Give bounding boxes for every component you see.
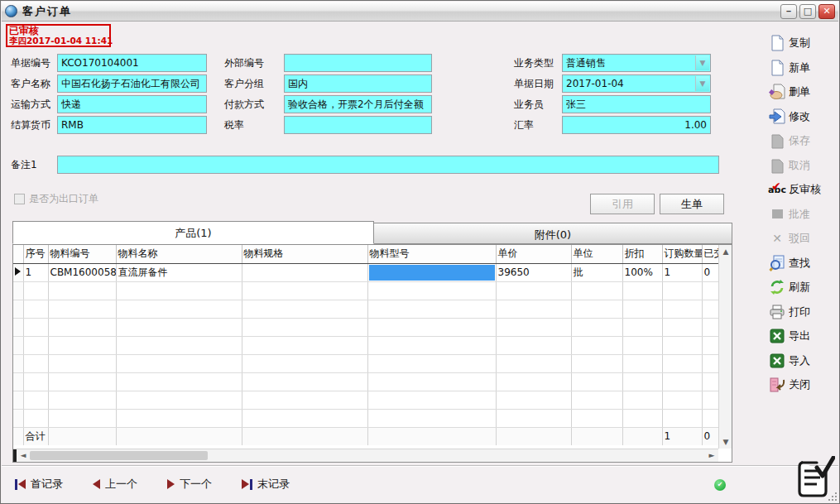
exchange-rate-field[interactable]: 1.00 xyxy=(562,116,711,134)
business-type-value: 普通销售 xyxy=(566,57,606,69)
scroll-right-icon[interactable]: ► xyxy=(705,449,718,461)
cell-seq[interactable]: 1 xyxy=(23,263,48,281)
sidebar-item-refresh[interactable]: 刷新 xyxy=(765,278,838,296)
col-seq[interactable]: 序号 xyxy=(23,245,48,263)
approval-auditor: 李四 xyxy=(9,36,26,46)
generate-order-button[interactable]: 生单 xyxy=(660,194,724,214)
shipping-field[interactable]: 快递 xyxy=(57,95,207,113)
export-order-checkbox[interactable] xyxy=(14,194,25,204)
empty-row xyxy=(13,336,718,354)
approval-stamp: 已审核 李四2017-01-04 11:41 xyxy=(6,24,111,47)
col-order-qty[interactable]: 订购数量 xyxy=(662,245,702,263)
currency-field[interactable]: RMB xyxy=(57,116,207,134)
next-record-button[interactable]: 下一个 xyxy=(167,477,212,492)
close-button[interactable]: ✕ xyxy=(818,4,835,19)
table-row[interactable]: 1 CBM1600058 直流屏备件 39650 批 100% 1 0 xyxy=(13,263,718,281)
vertical-scrollbar[interactable]: ▲ ▼ xyxy=(718,245,732,449)
tab-products[interactable]: 产品(1) xyxy=(12,221,374,244)
scroll-down-icon[interactable]: ▼ xyxy=(719,436,732,448)
order-lines-table: 序号 物料编号 物料名称 物料规格 物料型号 单价 单位 折扣 订购数量 已交 … xyxy=(13,245,719,445)
scroll-up-icon[interactable]: ▲ xyxy=(719,246,732,257)
tab-attachments[interactable]: 附件(0) xyxy=(373,223,732,244)
save-icon xyxy=(768,132,786,149)
prev-record-button[interactable]: 上一个 xyxy=(93,477,137,492)
totals-order-qty: 1 xyxy=(662,427,702,445)
cell-order-qty[interactable]: 1 xyxy=(662,263,702,281)
cell-delivered[interactable]: 0 xyxy=(702,263,718,281)
col-material-spec[interactable]: 物料规格 xyxy=(242,245,367,263)
sidebar-item-unapprove[interactable]: abc✔ 反审核 xyxy=(765,180,838,199)
business-type-combo[interactable]: 普通销售▼ xyxy=(562,54,711,72)
minimize-button[interactable]: － xyxy=(780,4,797,19)
maximize-button[interactable]: □ xyxy=(799,4,816,19)
next-record-icon xyxy=(167,479,175,489)
doc-no-label: 单据编号 xyxy=(11,54,50,72)
col-material-model[interactable]: 物料型号 xyxy=(367,245,496,263)
sidebar-item-import[interactable]: 导入 xyxy=(765,352,838,370)
col-delivered[interactable]: 已交 xyxy=(702,245,718,263)
payment-terms-field[interactable]: 验收合格，开票2个月后付全额 xyxy=(284,95,432,113)
exchange-rate-label: 汇率 xyxy=(514,116,534,134)
first-record-button[interactable]: 首记录 xyxy=(15,477,63,492)
customer-group-field[interactable]: 国内 xyxy=(284,74,432,93)
cell-material-spec[interactable] xyxy=(242,263,367,281)
horizontal-scrollbar[interactable]: ◄ ► xyxy=(13,449,718,462)
col-material-no[interactable]: 物料编号 xyxy=(48,245,116,263)
chevron-down-icon[interactable]: ▼ xyxy=(695,76,709,91)
doc-no-field[interactable]: KCO170104001 xyxy=(57,54,207,72)
sidebar-item-cancel[interactable]: 取消 xyxy=(765,156,838,175)
cell-unit-price[interactable]: 39650 xyxy=(496,263,571,281)
cell-unit[interactable]: 批 xyxy=(571,263,622,281)
chevron-down-icon[interactable]: ▼ xyxy=(695,55,709,70)
sidebar-item-copy[interactable]: 复制 xyxy=(765,34,838,52)
sidebar-item-export[interactable]: 导出 xyxy=(765,327,838,345)
app-globe-icon xyxy=(5,5,17,17)
sidebar-item-approve[interactable]: 批准 xyxy=(765,205,838,223)
col-discount[interactable]: 折扣 xyxy=(622,245,662,263)
salesperson-field[interactable]: 张三 xyxy=(562,95,711,113)
sidebar-item-modify[interactable]: 修改 xyxy=(765,108,838,126)
sidebar-item-search[interactable]: 查找 xyxy=(765,254,838,272)
tax-rate-field[interactable] xyxy=(284,116,432,134)
sidebar-item-save[interactable]: 保存 xyxy=(765,132,838,150)
hscroll-thumb[interactable] xyxy=(30,451,208,460)
approve-icon xyxy=(768,206,786,223)
refresh-icon xyxy=(768,279,786,295)
export-excel-icon xyxy=(768,328,786,344)
col-material-name[interactable]: 物料名称 xyxy=(116,245,242,263)
remark1-field[interactable] xyxy=(57,156,719,174)
sidebar-item-new[interactable]: 新单 xyxy=(765,59,838,77)
cell-material-model-selected[interactable] xyxy=(367,263,496,281)
col-unit-price[interactable]: 单价 xyxy=(496,245,571,263)
grid-header-marker xyxy=(13,245,23,263)
search-icon xyxy=(768,255,786,271)
sidebar-item-close[interactable]: 关闭 xyxy=(765,376,838,394)
sidebar-item-reject[interactable]: ✕ 驳回 xyxy=(765,229,838,247)
customer-name-field[interactable]: 中国石化扬子石油化工有限公司 xyxy=(57,74,207,93)
sidebar-item-delete[interactable]: 删单 xyxy=(765,83,838,101)
currency-label: 结算货币 xyxy=(11,116,50,134)
doc-date-combo[interactable]: 2017-01-04▼ xyxy=(562,74,711,93)
cell-material-name[interactable]: 直流屏备件 xyxy=(116,263,242,281)
grid-header-row: 序号 物料编号 物料名称 物料规格 物料型号 单价 单位 折扣 订购数量 已交 xyxy=(13,245,718,263)
cell-material-no[interactable]: CBM1600058 xyxy=(48,263,116,281)
reject-icon: ✕ xyxy=(768,230,786,247)
sidebar: 复制 新单 删单 修改 保存 取消 abc✔ 反审核 批准 xyxy=(765,34,838,394)
last-record-button[interactable]: 末记录 xyxy=(242,477,290,492)
external-no-field[interactable] xyxy=(284,54,432,72)
export-order-checkbox-row: 是否为出口订单 xyxy=(14,192,98,206)
doc-date-value: 2017-01-04 xyxy=(566,78,624,89)
scroll-left-icon[interactable]: ◄ xyxy=(17,449,30,461)
empty-row xyxy=(13,300,718,318)
current-row-marker-icon xyxy=(13,263,23,281)
first-record-icon xyxy=(15,479,26,490)
empty-row xyxy=(13,354,718,372)
resize-grip[interactable] xyxy=(828,492,837,501)
cell-discount[interactable]: 100% xyxy=(622,263,662,281)
record-nav-toolbar: 首记录 上一个 下一个 末记录 xyxy=(2,465,838,502)
print-icon xyxy=(768,304,786,320)
sidebar-item-print[interactable]: 打印 xyxy=(765,303,838,321)
shipping-label: 运输方式 xyxy=(11,95,50,113)
col-unit[interactable]: 单位 xyxy=(571,245,622,263)
quote-button[interactable]: 引用 xyxy=(590,194,655,214)
